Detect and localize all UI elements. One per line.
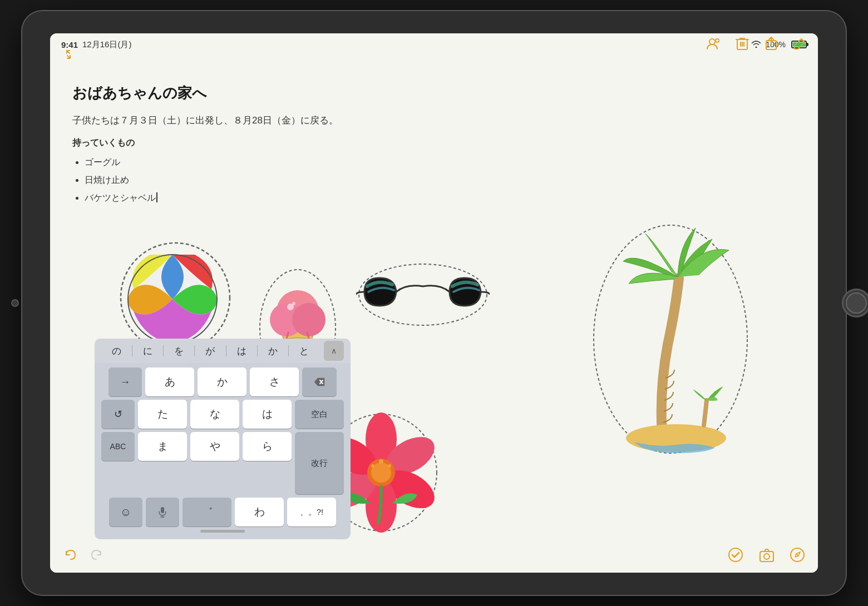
suggestion-no[interactable]: の xyxy=(101,342,132,360)
keyboard-row-1: → あ か さ xyxy=(98,367,347,396)
home-button[interactable] xyxy=(842,289,868,317)
key-tab[interactable]: → xyxy=(108,367,142,396)
keyboard-row-2: ↺ た な は 空白 xyxy=(98,400,347,429)
suggestion-wo[interactable]: を xyxy=(164,342,194,360)
markup-button[interactable] xyxy=(790,548,805,564)
camera-button[interactable] xyxy=(759,548,775,564)
keyboard-row-4: ☺ ゛ わ 、。?! xyxy=(98,498,347,526)
key-ha[interactable]: は xyxy=(243,400,292,429)
bottom-toolbar-left xyxy=(63,548,103,564)
list-item-3[interactable]: バケツとシャベル xyxy=(85,189,796,207)
key-delete[interactable] xyxy=(302,367,337,396)
key-na[interactable]: な xyxy=(190,400,239,429)
svg-point-29 xyxy=(729,548,742,562)
japanese-keyboard[interactable]: の に を が は か と ∧ → あ xyxy=(95,339,351,539)
suggestions-expand-button[interactable]: ∧ xyxy=(324,341,344,361)
key-ya[interactable]: や xyxy=(190,432,239,461)
palm-tree-sticker xyxy=(590,222,751,456)
note-list-title[interactable]: 持っていくもの xyxy=(72,136,796,150)
svg-point-24 xyxy=(388,464,391,468)
home-button-inner xyxy=(846,292,867,314)
add-people-button[interactable] xyxy=(706,36,720,53)
key-ta[interactable]: た xyxy=(138,400,187,429)
note-title[interactable]: おばあちゃんの家へ xyxy=(72,83,796,103)
checkmark-button[interactable] xyxy=(728,547,743,565)
edit-note-button[interactable] xyxy=(793,37,807,52)
delete-button[interactable] xyxy=(736,36,749,53)
svg-rect-30 xyxy=(760,552,773,562)
key-ka[interactable]: か xyxy=(198,367,246,396)
svg-point-25 xyxy=(371,464,374,468)
key-undo[interactable]: ↺ xyxy=(101,400,135,429)
key-small[interactable]: ゛ xyxy=(183,498,231,526)
key-ra[interactable]: ら xyxy=(243,432,292,461)
svg-point-0 xyxy=(709,39,715,44)
svg-point-23 xyxy=(379,459,383,464)
svg-point-33 xyxy=(797,554,798,556)
keyboard-suggestions-row: の に を が は か と ∧ xyxy=(95,339,351,363)
key-emoji[interactable]: ☺ xyxy=(109,498,142,526)
key-enter[interactable]: 改行 xyxy=(295,432,344,494)
note-list: ゴーグル 日焼け止め バケツとシャベル xyxy=(72,153,796,207)
key-mic[interactable] xyxy=(146,498,179,526)
keyboard-drag-handle xyxy=(98,526,347,534)
suggestion-ni[interactable]: に xyxy=(132,342,163,360)
list-item-1[interactable]: ゴーグル xyxy=(85,153,796,171)
side-camera-button xyxy=(11,299,19,307)
list-item-2[interactable]: 日焼け止め xyxy=(85,171,796,189)
suggestion-ga[interactable]: が xyxy=(195,342,225,360)
svg-point-11 xyxy=(292,303,326,336)
key-space[interactable]: 空白 xyxy=(295,400,344,429)
keyboard-main: → あ か さ ↺ た な は 空白 xyxy=(95,363,351,539)
bottom-toolbar-right xyxy=(728,547,805,565)
suggestion-ka[interactable]: か xyxy=(258,342,288,360)
note-body-text[interactable]: 子供たちは７月３日（土）に出発し、８月28日（金）に戻る。 xyxy=(72,113,796,128)
redo-button[interactable] xyxy=(89,548,103,564)
bottom-toolbar xyxy=(50,539,818,573)
key-punctuation[interactable]: 、。?! xyxy=(287,498,336,526)
key-a[interactable]: あ xyxy=(145,367,194,396)
share-button[interactable] xyxy=(765,36,778,53)
suggestion-to[interactable]: と xyxy=(289,342,319,360)
collapse-icon[interactable] xyxy=(62,51,75,63)
key-wa[interactable]: わ xyxy=(235,498,284,526)
key-sa[interactable]: さ xyxy=(250,367,299,396)
main-toolbar xyxy=(50,33,818,56)
keyboard-row-3: ABC ま や ら 改行 xyxy=(98,432,347,494)
undo-button[interactable] xyxy=(63,548,78,564)
suggestion-ha[interactable]: は xyxy=(226,342,257,360)
key-ma[interactable]: ま xyxy=(138,432,187,461)
sunglasses-sticker xyxy=(356,261,490,328)
svg-point-31 xyxy=(764,554,770,559)
svg-rect-28 xyxy=(161,507,164,513)
svg-point-13 xyxy=(292,302,295,305)
text-cursor xyxy=(156,192,157,202)
key-abc[interactable]: ABC xyxy=(101,432,135,461)
